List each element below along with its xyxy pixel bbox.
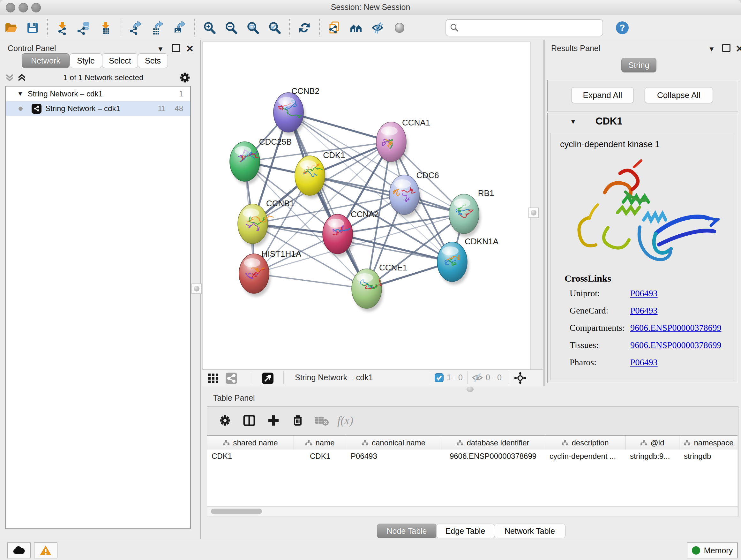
tab-network[interactable]: Network bbox=[22, 53, 70, 68]
column-header-canonical-name[interactable]: canonical name bbox=[346, 435, 441, 450]
search-input[interactable] bbox=[459, 21, 603, 35]
selected-checkbox-icon[interactable] bbox=[434, 373, 444, 382]
network-share-view-icon[interactable] bbox=[225, 372, 238, 384]
hide-selected-button[interactable] bbox=[368, 18, 387, 37]
tab-node-table[interactable]: Node Table bbox=[377, 523, 436, 538]
export-image-icon bbox=[172, 21, 186, 35]
crosslink-link[interactable]: 9606.ENSP00000378699 bbox=[630, 340, 721, 350]
network-options-gear-icon[interactable] bbox=[178, 71, 192, 84]
export-image-button[interactable] bbox=[170, 18, 189, 37]
crosslink-link[interactable]: 9606.ENSP00000378699 bbox=[630, 323, 721, 333]
table-settings-gear-icon[interactable] bbox=[215, 411, 235, 430]
export-table-icon bbox=[151, 21, 165, 35]
control-panel-menu-icon[interactable]: ▼ bbox=[157, 45, 164, 53]
zoom-fit-icon bbox=[246, 21, 260, 35]
tab-sets[interactable]: Sets bbox=[138, 53, 168, 68]
results-panel-menu-icon[interactable]: ▼ bbox=[708, 45, 715, 53]
birds-eye-toggle-icon[interactable] bbox=[514, 372, 527, 384]
open-session-button[interactable] bbox=[1, 18, 20, 37]
zoom-out-button[interactable] bbox=[221, 18, 241, 37]
column-header-namespace[interactable]: namespace bbox=[679, 435, 738, 450]
import-network-button[interactable] bbox=[53, 18, 72, 37]
detach-view-icon[interactable] bbox=[262, 372, 274, 384]
node-RB1[interactable] bbox=[449, 194, 479, 234]
network-list-header: 1 of 1 Network selected bbox=[4, 69, 192, 86]
network-collection-row[interactable]: ▼ String Network – cdk1 1 bbox=[6, 86, 190, 101]
expand-all-icon[interactable] bbox=[17, 72, 29, 83]
node-CDKN1A[interactable] bbox=[437, 242, 467, 282]
cloud-button[interactable] bbox=[7, 543, 30, 558]
column-header-shared-name[interactable]: shared name bbox=[207, 435, 294, 450]
column-header-database-identifier[interactable]: database identifier bbox=[441, 435, 545, 450]
results-panel-close-icon[interactable]: ✕ bbox=[736, 43, 741, 54]
right-splitter-knob[interactable] bbox=[529, 207, 539, 218]
zoom-fit-button[interactable] bbox=[243, 18, 262, 37]
crosslink-link[interactable]: P06493 bbox=[630, 288, 658, 298]
tab-edge-table[interactable]: Edge Table bbox=[436, 523, 494, 538]
memory-button[interactable]: Memory bbox=[687, 543, 738, 558]
table-toolbar: f(x) bbox=[207, 407, 738, 434]
node-HIST1H1A[interactable] bbox=[239, 254, 269, 294]
node-CCNB2[interactable] bbox=[273, 92, 304, 132]
tab-select[interactable]: Select bbox=[102, 53, 138, 68]
help-button[interactable]: ? bbox=[615, 20, 630, 36]
control-panel-float-icon[interactable] bbox=[172, 44, 180, 54]
warning-button[interactable] bbox=[34, 543, 57, 558]
control-panel-close-icon[interactable]: ✕ bbox=[186, 43, 194, 54]
column-header--id[interactable]: @id bbox=[625, 435, 679, 450]
save-session-button[interactable] bbox=[23, 18, 42, 37]
network-canvas[interactable]: CCNB2CCNA1CDC25BCDK1CDC6RB1CCNB1CCNA2CDK… bbox=[202, 42, 531, 370]
node-CCNA1[interactable] bbox=[376, 122, 406, 162]
bottom-splitter-knob[interactable] bbox=[467, 387, 474, 392]
import-database-button[interactable] bbox=[75, 18, 94, 37]
crosslink-link[interactable]: P06493 bbox=[630, 306, 658, 315]
tab-string[interactable]: String bbox=[621, 58, 657, 72]
expand-all-button[interactable]: Expand All bbox=[571, 87, 634, 103]
collapse-all-icon[interactable] bbox=[4, 72, 17, 83]
tab-network-table[interactable]: Network Table bbox=[494, 523, 565, 538]
network-node-count: 11 bbox=[158, 104, 165, 113]
string-network-graph[interactable]: CCNB2CCNA1CDC25BCDK1CDC6RB1CCNB1CCNA2CDK… bbox=[203, 42, 530, 370]
zoom-in-button[interactable] bbox=[200, 18, 219, 37]
edge-CCNE1-HIST1H1A[interactable] bbox=[254, 273, 367, 289]
add-column-icon[interactable] bbox=[263, 411, 284, 430]
scrollbar-thumb[interactable] bbox=[211, 509, 262, 514]
import-table-button[interactable] bbox=[96, 18, 116, 37]
left-splitter-knob[interactable] bbox=[192, 284, 202, 294]
results-splitter[interactable] bbox=[543, 40, 543, 386]
show-details-button[interactable] bbox=[390, 18, 409, 37]
node-CDC6[interactable] bbox=[389, 175, 419, 214]
refresh-view-button[interactable] bbox=[295, 18, 314, 37]
network-row[interactable]: String Network – cdk1 11 48 bbox=[6, 101, 190, 116]
show-column-panel-icon[interactable] bbox=[239, 411, 259, 430]
crosslinks-heading: CrossLinks bbox=[564, 273, 611, 284]
edge-CCNB2-CCNE1[interactable] bbox=[288, 112, 367, 289]
column-header-name[interactable]: name bbox=[294, 435, 346, 450]
collapse-all-button[interactable]: Collapse All bbox=[645, 87, 713, 103]
column-header-description[interactable]: description bbox=[545, 435, 625, 450]
gene-expander-icon[interactable]: ▼ bbox=[570, 118, 576, 125]
delete-table-icon[interactable] bbox=[312, 411, 332, 430]
import-table-icon bbox=[99, 21, 113, 35]
column-tree-icon bbox=[223, 440, 230, 446]
node-CDK1[interactable] bbox=[295, 156, 325, 195]
table-horizontal-scrollbar[interactable] bbox=[207, 506, 738, 516]
crosslink-link[interactable]: P06493 bbox=[630, 357, 658, 367]
import-database-icon bbox=[77, 21, 91, 35]
table-row[interactable]: CDK1CDK1P064939606.ENSP00000378699cyclin… bbox=[207, 449, 738, 463]
node-CCNA2[interactable] bbox=[323, 214, 353, 254]
collection-expander-icon[interactable]: ▼ bbox=[17, 90, 23, 98]
zoom-selected-button[interactable] bbox=[265, 18, 284, 37]
node-CDC25B[interactable] bbox=[230, 142, 260, 181]
grid-view-icon[interactable] bbox=[207, 372, 219, 384]
results-panel-float-icon[interactable] bbox=[722, 44, 731, 54]
home-button[interactable] bbox=[347, 18, 366, 37]
column-tree-icon bbox=[640, 440, 647, 446]
node-CCNE1[interactable] bbox=[352, 269, 382, 308]
export-network-button[interactable] bbox=[126, 18, 145, 37]
delete-column-icon[interactable] bbox=[287, 411, 308, 430]
clone-network-button[interactable] bbox=[325, 18, 344, 37]
tab-style[interactable]: Style bbox=[70, 53, 102, 68]
export-table-button[interactable] bbox=[148, 18, 167, 37]
selected-node-edge-count: 1 - 0 bbox=[447, 373, 463, 382]
